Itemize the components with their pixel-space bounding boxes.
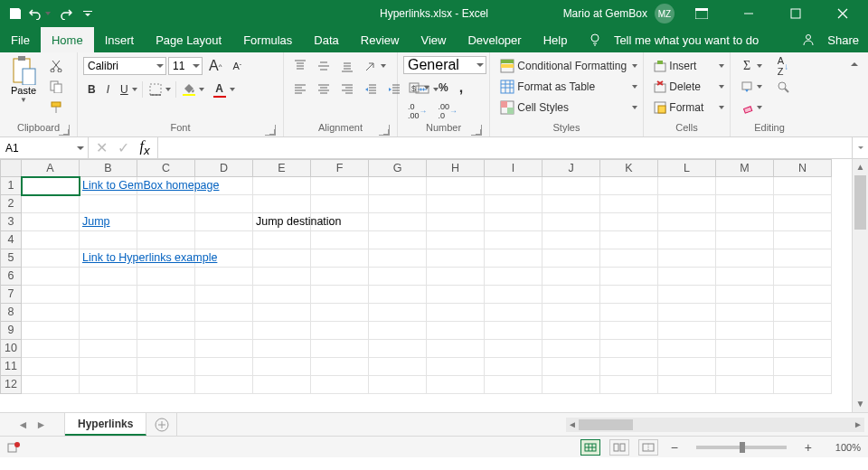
cell-J10[interactable] [542, 340, 600, 358]
cell-D7[interactable] [195, 286, 253, 304]
redo-icon[interactable] [58, 5, 74, 22]
cell-D8[interactable] [195, 304, 253, 322]
alignment-dialog-launcher[interactable] [379, 125, 390, 136]
cell-E10[interactable] [253, 340, 311, 358]
cell-A12[interactable] [22, 376, 80, 394]
cell-L11[interactable] [658, 358, 716, 376]
cell-D11[interactable] [195, 358, 253, 376]
cell-K7[interactable] [600, 286, 658, 304]
number-format-select[interactable]: General [403, 56, 486, 74]
cell-N11[interactable] [774, 358, 832, 376]
row-header[interactable]: 3 [0, 213, 22, 231]
cell-A3[interactable] [22, 213, 80, 231]
row-header[interactable]: 12 [0, 376, 22, 394]
cell-A1[interactable] [22, 177, 80, 195]
share-button[interactable]: Share [827, 33, 859, 47]
vertical-scrollbar[interactable]: ▲ ▼ [852, 159, 868, 412]
cell-G12[interactable] [369, 376, 427, 394]
cell-M4[interactable] [716, 231, 774, 249]
scroll-thumb[interactable] [579, 419, 633, 430]
hyperlink[interactable]: Link to Hyperlinks example [82, 251, 217, 264]
cell-D12[interactable] [195, 376, 253, 394]
cell-A9[interactable] [22, 322, 80, 340]
cell-J3[interactable] [542, 213, 600, 231]
view-normal-icon[interactable] [580, 439, 600, 456]
column-header[interactable]: J [542, 159, 600, 177]
cell-G9[interactable] [369, 322, 427, 340]
worksheet-grid[interactable]: ABCDEFGHIJKLMN1Link to GemBox homepage23… [0, 159, 868, 412]
sheet-tab-active[interactable]: Hyperlinks [65, 413, 146, 436]
column-header[interactable]: H [427, 159, 485, 177]
cell-F8[interactable] [311, 304, 369, 322]
column-header[interactable]: N [774, 159, 832, 177]
cell-C6[interactable] [137, 268, 195, 286]
cell-D2[interactable] [195, 195, 253, 213]
cell-I3[interactable] [485, 213, 542, 231]
delete-cells-button[interactable]: Delete [649, 77, 727, 97]
macro-record-icon[interactable] [7, 441, 20, 454]
cell-G2[interactable] [369, 195, 427, 213]
row-header[interactable]: 2 [0, 195, 22, 213]
cell-B3[interactable]: Jump [80, 213, 137, 231]
sheet-next-icon[interactable]: ► [36, 418, 47, 431]
find-select-icon[interactable] [772, 77, 794, 97]
cell-E6[interactable] [253, 268, 311, 286]
cell-M10[interactable] [716, 340, 774, 358]
cell-B9[interactable] [80, 322, 137, 340]
cell-N3[interactable] [774, 213, 832, 231]
underline-button[interactable]: U [116, 80, 140, 99]
number-dialog-launcher[interactable] [471, 125, 482, 136]
insert-function-icon[interactable]: fx [136, 139, 154, 157]
cell-E5[interactable] [253, 249, 311, 268]
minimize-icon[interactable] [729, 0, 769, 27]
row-header[interactable]: 9 [0, 322, 22, 340]
copy-icon[interactable] [45, 77, 67, 97]
cell-I9[interactable] [485, 322, 542, 340]
cell-G6[interactable] [369, 268, 427, 286]
cell-I4[interactable] [485, 231, 542, 249]
cell-J7[interactable] [542, 286, 600, 304]
collapse-ribbon-icon[interactable] [846, 56, 863, 72]
cell-C2[interactable] [137, 195, 195, 213]
cell-I10[interactable] [485, 340, 542, 358]
scroll-down-icon[interactable]: ▼ [853, 396, 868, 412]
paste-button[interactable]: Paste ▼ [5, 56, 42, 104]
cell-F7[interactable] [311, 286, 369, 304]
cell-L3[interactable] [658, 213, 716, 231]
cell-B1[interactable]: Link to GemBox homepage [80, 177, 137, 195]
zoom-slider[interactable] [696, 446, 787, 449]
hyperlink[interactable]: Link to GemBox homepage [82, 179, 219, 192]
cell-I1[interactable] [485, 177, 542, 195]
tab-developer[interactable]: Developer [457, 27, 532, 52]
zoom-in-icon[interactable]: + [801, 440, 816, 455]
cell-H2[interactable] [427, 195, 485, 213]
cell-E1[interactable] [253, 177, 311, 195]
tell-me-input[interactable]: Tell me what you want to do [614, 33, 759, 47]
cell-B6[interactable] [80, 268, 137, 286]
cell-G8[interactable] [369, 304, 427, 322]
cell-styles-button[interactable]: Cell Styles [495, 98, 640, 118]
select-all-corner[interactable] [0, 159, 22, 177]
tab-help[interactable]: Help [533, 27, 579, 52]
cell-A11[interactable] [22, 358, 80, 376]
cell-F10[interactable] [311, 340, 369, 358]
scroll-left-icon[interactable]: ◄ [566, 418, 579, 432]
cell-B4[interactable] [80, 231, 137, 249]
increase-font-icon[interactable]: A^ [204, 56, 226, 76]
zoom-level[interactable]: 100% [825, 442, 861, 453]
font-name-input[interactable]: Calibri [83, 57, 166, 75]
signed-in-user[interactable]: Mario at GemBox [563, 7, 647, 20]
cell-F9[interactable] [311, 322, 369, 340]
cell-B8[interactable] [80, 304, 137, 322]
autosum-icon[interactable]: Σ [736, 56, 765, 76]
cell-H6[interactable] [427, 268, 485, 286]
align-left-icon[interactable] [289, 80, 311, 99]
hyperlink[interactable]: Jump [82, 215, 110, 228]
tab-file[interactable]: File [0, 27, 41, 52]
cell-E12[interactable] [253, 376, 311, 394]
cell-J12[interactable] [542, 376, 600, 394]
accounting-format-icon[interactable]: $ [403, 78, 432, 98]
cell-L10[interactable] [658, 340, 716, 358]
column-header[interactable]: G [369, 159, 427, 177]
avatar[interactable]: MZ [655, 4, 675, 24]
